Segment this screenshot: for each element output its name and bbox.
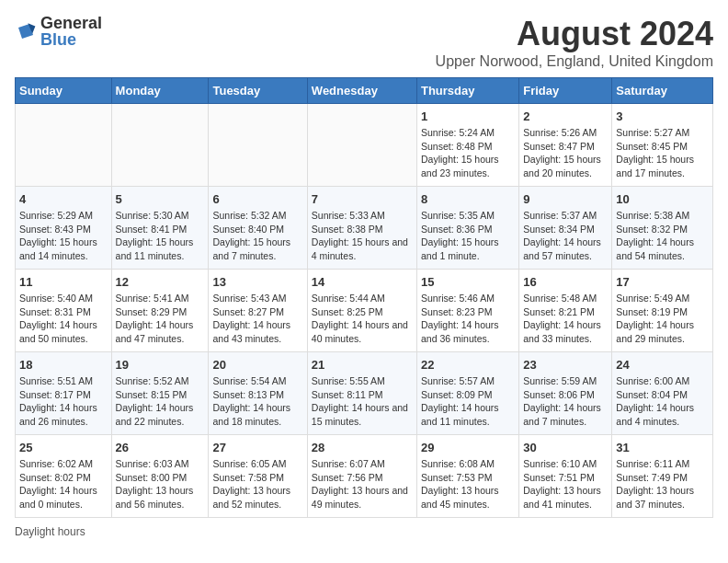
day-info: Sunrise: 5:33 AMSunset: 8:38 PMDaylight:… <box>312 209 413 263</box>
week-row-1: 1Sunrise: 5:24 AMSunset: 8:48 PMDaylight… <box>16 104 713 187</box>
day-number: 16 <box>523 275 608 289</box>
day-info: Sunrise: 6:00 AMSunset: 8:04 PMDaylight:… <box>616 374 709 429</box>
day-cell: 3Sunrise: 5:27 AMSunset: 8:45 PMDaylight… <box>612 104 713 187</box>
day-cell <box>209 104 307 187</box>
day-number: 19 <box>116 358 205 372</box>
day-cell: 12Sunrise: 5:41 AMSunset: 8:29 PMDayligh… <box>111 270 209 352</box>
day-info: Sunrise: 5:32 AMSunset: 8:40 PMDaylight:… <box>212 209 302 263</box>
logo-text-general: General <box>40 15 102 31</box>
day-number: 11 <box>19 275 108 289</box>
day-cell: 9Sunrise: 5:37 AMSunset: 8:34 PMDaylight… <box>519 187 612 270</box>
day-info: Sunrise: 6:11 AMSunset: 7:49 PMDaylight:… <box>616 457 709 511</box>
day-number: 6 <box>212 192 302 206</box>
day-cell: 22Sunrise: 5:57 AMSunset: 8:09 PMDayligh… <box>416 352 518 435</box>
day-number: 17 <box>616 275 709 289</box>
week-row-3: 11Sunrise: 5:40 AMSunset: 8:31 PMDayligh… <box>16 270 713 352</box>
day-info: Sunrise: 5:40 AMSunset: 8:31 PMDaylight:… <box>19 292 108 346</box>
day-cell: 28Sunrise: 6:07 AMSunset: 7:56 PMDayligh… <box>307 435 416 518</box>
day-number: 4 <box>19 192 108 206</box>
day-info: Sunrise: 5:37 AMSunset: 8:34 PMDaylight:… <box>523 209 608 263</box>
day-info: Sunrise: 5:51 AMSunset: 8:17 PMDaylight:… <box>19 374 108 429</box>
day-cell: 11Sunrise: 5:40 AMSunset: 8:31 PMDayligh… <box>16 270 112 352</box>
day-number: 18 <box>19 358 108 372</box>
day-info: Sunrise: 5:48 AMSunset: 8:21 PMDaylight:… <box>523 292 608 346</box>
calendar-table: SundayMondayTuesdayWednesdayThursdayFrid… <box>15 77 713 518</box>
day-number: 3 <box>616 109 709 123</box>
day-info: Sunrise: 6:03 AMSunset: 8:00 PMDaylight:… <box>116 457 205 511</box>
day-info: Sunrise: 5:44 AMSunset: 8:25 PMDaylight:… <box>312 292 413 346</box>
header-friday: Friday <box>519 78 612 104</box>
header-thursday: Thursday <box>416 78 518 104</box>
day-number: 5 <box>116 192 205 206</box>
day-number: 2 <box>523 109 608 123</box>
day-cell: 16Sunrise: 5:48 AMSunset: 8:21 PMDayligh… <box>519 270 612 352</box>
day-cell: 18Sunrise: 5:51 AMSunset: 8:17 PMDayligh… <box>16 352 112 435</box>
day-number: 25 <box>19 441 108 454</box>
day-number: 10 <box>616 192 709 206</box>
day-number: 30 <box>523 441 608 454</box>
day-cell: 29Sunrise: 6:08 AMSunset: 7:53 PMDayligh… <box>416 435 518 518</box>
day-number: 7 <box>312 192 413 206</box>
footer-note-text: Daylight hours <box>15 525 85 538</box>
day-cell: 10Sunrise: 5:38 AMSunset: 8:32 PMDayligh… <box>612 187 713 270</box>
day-info: Sunrise: 6:07 AMSunset: 7:56 PMDaylight:… <box>312 457 413 511</box>
day-info: Sunrise: 6:05 AMSunset: 7:58 PMDaylight:… <box>212 457 302 511</box>
day-cell: 15Sunrise: 5:46 AMSunset: 8:23 PMDayligh… <box>416 270 518 352</box>
day-number: 26 <box>116 441 205 454</box>
day-info: Sunrise: 5:43 AMSunset: 8:27 PMDaylight:… <box>212 292 302 346</box>
day-number: 8 <box>421 192 515 206</box>
logo-text-blue: Blue <box>40 31 102 48</box>
month-year: August 2024 <box>436 15 713 53</box>
day-cell: 6Sunrise: 5:32 AMSunset: 8:40 PMDaylight… <box>209 187 307 270</box>
day-number: 9 <box>523 192 608 206</box>
day-cell: 8Sunrise: 5:35 AMSunset: 8:36 PMDaylight… <box>416 187 518 270</box>
calendar-body: 1Sunrise: 5:24 AMSunset: 8:48 PMDaylight… <box>16 104 713 518</box>
day-cell: 23Sunrise: 5:59 AMSunset: 8:06 PMDayligh… <box>519 352 612 435</box>
header-saturday: Saturday <box>612 78 713 104</box>
day-info: Sunrise: 5:29 AMSunset: 8:43 PMDaylight:… <box>19 209 108 263</box>
footer-note: Daylight hours <box>15 525 713 538</box>
day-info: Sunrise: 5:38 AMSunset: 8:32 PMDaylight:… <box>616 209 709 263</box>
header-row: SundayMondayTuesdayWednesdayThursdayFrid… <box>16 78 713 104</box>
day-info: Sunrise: 5:35 AMSunset: 8:36 PMDaylight:… <box>421 209 515 263</box>
day-cell: 17Sunrise: 5:49 AMSunset: 8:19 PMDayligh… <box>612 270 713 352</box>
day-cell: 19Sunrise: 5:52 AMSunset: 8:15 PMDayligh… <box>111 352 209 435</box>
day-cell: 25Sunrise: 6:02 AMSunset: 8:02 PMDayligh… <box>16 435 112 518</box>
day-cell: 2Sunrise: 5:26 AMSunset: 8:47 PMDaylight… <box>519 104 612 187</box>
day-number: 12 <box>116 275 205 289</box>
week-row-4: 18Sunrise: 5:51 AMSunset: 8:17 PMDayligh… <box>16 352 713 435</box>
day-info: Sunrise: 5:54 AMSunset: 8:13 PMDaylight:… <box>212 374 302 429</box>
day-info: Sunrise: 5:49 AMSunset: 8:19 PMDaylight:… <box>616 292 709 346</box>
header-wednesday: Wednesday <box>307 78 416 104</box>
day-info: Sunrise: 6:08 AMSunset: 7:53 PMDaylight:… <box>421 457 515 511</box>
day-cell: 24Sunrise: 6:00 AMSunset: 8:04 PMDayligh… <box>612 352 713 435</box>
week-row-2: 4Sunrise: 5:29 AMSunset: 8:43 PMDaylight… <box>16 187 713 270</box>
day-number: 28 <box>312 441 413 454</box>
calendar-header: SundayMondayTuesdayWednesdayThursdayFrid… <box>16 78 713 104</box>
day-number: 23 <box>523 358 608 372</box>
day-info: Sunrise: 5:30 AMSunset: 8:41 PMDaylight:… <box>116 209 205 263</box>
header-tuesday: Tuesday <box>209 78 307 104</box>
day-info: Sunrise: 5:52 AMSunset: 8:15 PMDaylight:… <box>116 374 205 429</box>
logo: General Blue <box>15 15 102 48</box>
day-info: Sunrise: 6:02 AMSunset: 8:02 PMDaylight:… <box>19 457 108 511</box>
day-number: 15 <box>421 275 515 289</box>
day-cell: 5Sunrise: 5:30 AMSunset: 8:41 PMDaylight… <box>111 187 209 270</box>
day-cell: 1Sunrise: 5:24 AMSunset: 8:48 PMDaylight… <box>416 104 518 187</box>
day-number: 29 <box>421 441 515 454</box>
day-cell: 20Sunrise: 5:54 AMSunset: 8:13 PMDayligh… <box>209 352 307 435</box>
day-info: Sunrise: 6:10 AMSunset: 7:51 PMDaylight:… <box>523 457 608 511</box>
day-info: Sunrise: 5:46 AMSunset: 8:23 PMDaylight:… <box>421 292 515 346</box>
day-cell: 27Sunrise: 6:05 AMSunset: 7:58 PMDayligh… <box>209 435 307 518</box>
day-number: 20 <box>212 358 302 372</box>
day-number: 24 <box>616 358 709 372</box>
day-cell: 13Sunrise: 5:43 AMSunset: 8:27 PMDayligh… <box>209 270 307 352</box>
header-monday: Monday <box>111 78 209 104</box>
day-info: Sunrise: 5:57 AMSunset: 8:09 PMDaylight:… <box>421 374 515 429</box>
day-cell: 26Sunrise: 6:03 AMSunset: 8:00 PMDayligh… <box>111 435 209 518</box>
day-info: Sunrise: 5:55 AMSunset: 8:11 PMDaylight:… <box>312 374 413 429</box>
day-cell: 31Sunrise: 6:11 AMSunset: 7:49 PMDayligh… <box>612 435 713 518</box>
day-info: Sunrise: 5:41 AMSunset: 8:29 PMDaylight:… <box>116 292 205 346</box>
day-number: 27 <box>212 441 302 454</box>
week-row-5: 25Sunrise: 6:02 AMSunset: 8:02 PMDayligh… <box>16 435 713 518</box>
